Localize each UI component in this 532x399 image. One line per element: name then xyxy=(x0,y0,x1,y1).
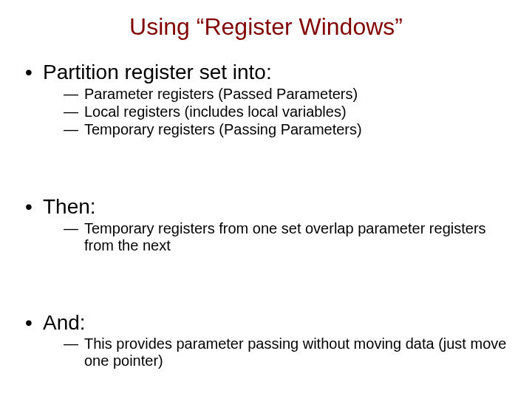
section-items-then: Temporary registers from one set overlap… xyxy=(22,220,510,254)
slide: Using “Register Windows” Partition regis… xyxy=(0,0,532,399)
list-item: Temporary registers (Passing Parameters) xyxy=(22,121,510,138)
section-heading-partition: Partition register set into: xyxy=(22,61,510,84)
section-heading-and: And: xyxy=(22,312,510,335)
list-item: This provides parameter passing without … xyxy=(22,335,510,369)
section-items-partition: Parameter registers (Passed Parameters) … xyxy=(22,86,510,138)
list-item: Local registers (includes local variable… xyxy=(22,103,510,120)
section-items-and: This provides parameter passing without … xyxy=(22,335,510,369)
list-item: Temporary registers from one set overlap… xyxy=(22,220,510,254)
list-item: Parameter registers (Passed Parameters) xyxy=(22,86,510,103)
section-heading-then: Then: xyxy=(22,196,510,219)
slide-title: Using “Register Windows” xyxy=(22,13,510,41)
